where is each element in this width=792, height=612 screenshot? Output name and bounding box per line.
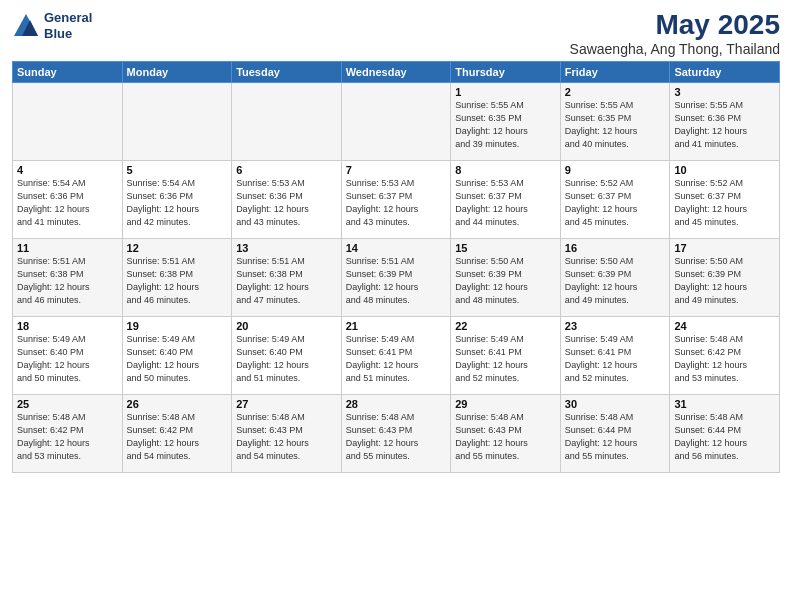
day-number: 30 (565, 398, 666, 410)
header: General Blue May 2025 Sawaengha, Ang Tho… (12, 10, 780, 57)
day-number: 13 (236, 242, 337, 254)
day-number: 24 (674, 320, 775, 332)
calendar-cell: 4Sunrise: 5:54 AM Sunset: 6:36 PM Daylig… (13, 160, 123, 238)
day-number: 3 (674, 86, 775, 98)
calendar-cell: 14Sunrise: 5:51 AM Sunset: 6:39 PM Dayli… (341, 238, 451, 316)
day-number: 4 (17, 164, 118, 176)
day-info: Sunrise: 5:55 AM Sunset: 6:35 PM Dayligh… (455, 99, 556, 151)
day-info: Sunrise: 5:49 AM Sunset: 6:41 PM Dayligh… (565, 333, 666, 385)
day-number: 6 (236, 164, 337, 176)
calendar-cell: 29Sunrise: 5:48 AM Sunset: 6:43 PM Dayli… (451, 394, 561, 472)
day-number: 9 (565, 164, 666, 176)
logo-icon (12, 12, 40, 40)
day-number: 28 (346, 398, 447, 410)
day-number: 31 (674, 398, 775, 410)
day-number: 8 (455, 164, 556, 176)
day-info: Sunrise: 5:49 AM Sunset: 6:41 PM Dayligh… (455, 333, 556, 385)
day-info: Sunrise: 5:50 AM Sunset: 6:39 PM Dayligh… (455, 255, 556, 307)
day-info: Sunrise: 5:51 AM Sunset: 6:38 PM Dayligh… (236, 255, 337, 307)
calendar-cell: 16Sunrise: 5:50 AM Sunset: 6:39 PM Dayli… (560, 238, 670, 316)
subtitle: Sawaengha, Ang Thong, Thailand (570, 41, 780, 57)
day-number: 1 (455, 86, 556, 98)
calendar-cell (232, 82, 342, 160)
calendar-cell: 1Sunrise: 5:55 AM Sunset: 6:35 PM Daylig… (451, 82, 561, 160)
calendar-cell: 5Sunrise: 5:54 AM Sunset: 6:36 PM Daylig… (122, 160, 232, 238)
logo: General Blue (12, 10, 92, 41)
calendar-cell: 17Sunrise: 5:50 AM Sunset: 6:39 PM Dayli… (670, 238, 780, 316)
calendar-cell: 28Sunrise: 5:48 AM Sunset: 6:43 PM Dayli… (341, 394, 451, 472)
day-number: 26 (127, 398, 228, 410)
day-header-sunday: Sunday (13, 61, 123, 82)
day-info: Sunrise: 5:53 AM Sunset: 6:37 PM Dayligh… (346, 177, 447, 229)
day-number: 14 (346, 242, 447, 254)
day-number: 15 (455, 242, 556, 254)
day-info: Sunrise: 5:49 AM Sunset: 6:40 PM Dayligh… (236, 333, 337, 385)
day-info: Sunrise: 5:49 AM Sunset: 6:41 PM Dayligh… (346, 333, 447, 385)
day-info: Sunrise: 5:51 AM Sunset: 6:39 PM Dayligh… (346, 255, 447, 307)
calendar-cell: 20Sunrise: 5:49 AM Sunset: 6:40 PM Dayli… (232, 316, 342, 394)
calendar-cell: 27Sunrise: 5:48 AM Sunset: 6:43 PM Dayli… (232, 394, 342, 472)
day-info: Sunrise: 5:53 AM Sunset: 6:36 PM Dayligh… (236, 177, 337, 229)
day-number: 5 (127, 164, 228, 176)
calendar-cell: 31Sunrise: 5:48 AM Sunset: 6:44 PM Dayli… (670, 394, 780, 472)
day-number: 17 (674, 242, 775, 254)
main-title: May 2025 (570, 10, 780, 41)
day-number: 23 (565, 320, 666, 332)
day-number: 12 (127, 242, 228, 254)
day-info: Sunrise: 5:50 AM Sunset: 6:39 PM Dayligh… (565, 255, 666, 307)
calendar-cell: 24Sunrise: 5:48 AM Sunset: 6:42 PM Dayli… (670, 316, 780, 394)
day-info: Sunrise: 5:49 AM Sunset: 6:40 PM Dayligh… (127, 333, 228, 385)
calendar-table: SundayMondayTuesdayWednesdayThursdayFrid… (12, 61, 780, 473)
day-info: Sunrise: 5:54 AM Sunset: 6:36 PM Dayligh… (17, 177, 118, 229)
calendar-cell: 2Sunrise: 5:55 AM Sunset: 6:35 PM Daylig… (560, 82, 670, 160)
day-info: Sunrise: 5:48 AM Sunset: 6:42 PM Dayligh… (674, 333, 775, 385)
day-info: Sunrise: 5:52 AM Sunset: 6:37 PM Dayligh… (565, 177, 666, 229)
day-number: 25 (17, 398, 118, 410)
calendar-cell: 18Sunrise: 5:49 AM Sunset: 6:40 PM Dayli… (13, 316, 123, 394)
day-number: 2 (565, 86, 666, 98)
day-info: Sunrise: 5:48 AM Sunset: 6:44 PM Dayligh… (565, 411, 666, 463)
title-block: May 2025 Sawaengha, Ang Thong, Thailand (570, 10, 780, 57)
calendar-cell: 26Sunrise: 5:48 AM Sunset: 6:42 PM Dayli… (122, 394, 232, 472)
day-number: 22 (455, 320, 556, 332)
calendar-cell: 21Sunrise: 5:49 AM Sunset: 6:41 PM Dayli… (341, 316, 451, 394)
day-info: Sunrise: 5:48 AM Sunset: 6:42 PM Dayligh… (127, 411, 228, 463)
calendar-cell (341, 82, 451, 160)
day-number: 11 (17, 242, 118, 254)
day-header-thursday: Thursday (451, 61, 561, 82)
day-info: Sunrise: 5:55 AM Sunset: 6:36 PM Dayligh… (674, 99, 775, 151)
calendar-cell: 8Sunrise: 5:53 AM Sunset: 6:37 PM Daylig… (451, 160, 561, 238)
day-number: 27 (236, 398, 337, 410)
day-info: Sunrise: 5:48 AM Sunset: 6:44 PM Dayligh… (674, 411, 775, 463)
day-info: Sunrise: 5:52 AM Sunset: 6:37 PM Dayligh… (674, 177, 775, 229)
day-header-wednesday: Wednesday (341, 61, 451, 82)
calendar-cell: 11Sunrise: 5:51 AM Sunset: 6:38 PM Dayli… (13, 238, 123, 316)
calendar-cell: 13Sunrise: 5:51 AM Sunset: 6:38 PM Dayli… (232, 238, 342, 316)
day-header-friday: Friday (560, 61, 670, 82)
day-number: 19 (127, 320, 228, 332)
calendar-cell: 7Sunrise: 5:53 AM Sunset: 6:37 PM Daylig… (341, 160, 451, 238)
calendar-cell: 23Sunrise: 5:49 AM Sunset: 6:41 PM Dayli… (560, 316, 670, 394)
calendar-cell (122, 82, 232, 160)
day-info: Sunrise: 5:51 AM Sunset: 6:38 PM Dayligh… (127, 255, 228, 307)
calendar-cell: 3Sunrise: 5:55 AM Sunset: 6:36 PM Daylig… (670, 82, 780, 160)
calendar-cell: 30Sunrise: 5:48 AM Sunset: 6:44 PM Dayli… (560, 394, 670, 472)
day-number: 18 (17, 320, 118, 332)
calendar-cell: 6Sunrise: 5:53 AM Sunset: 6:36 PM Daylig… (232, 160, 342, 238)
day-info: Sunrise: 5:51 AM Sunset: 6:38 PM Dayligh… (17, 255, 118, 307)
day-number: 29 (455, 398, 556, 410)
calendar-cell: 15Sunrise: 5:50 AM Sunset: 6:39 PM Dayli… (451, 238, 561, 316)
day-info: Sunrise: 5:50 AM Sunset: 6:39 PM Dayligh… (674, 255, 775, 307)
logo-text: General Blue (44, 10, 92, 41)
day-number: 20 (236, 320, 337, 332)
calendar-cell: 10Sunrise: 5:52 AM Sunset: 6:37 PM Dayli… (670, 160, 780, 238)
day-header-saturday: Saturday (670, 61, 780, 82)
day-number: 16 (565, 242, 666, 254)
day-info: Sunrise: 5:49 AM Sunset: 6:40 PM Dayligh… (17, 333, 118, 385)
day-number: 10 (674, 164, 775, 176)
day-info: Sunrise: 5:48 AM Sunset: 6:42 PM Dayligh… (17, 411, 118, 463)
day-info: Sunrise: 5:55 AM Sunset: 6:35 PM Dayligh… (565, 99, 666, 151)
calendar-cell: 25Sunrise: 5:48 AM Sunset: 6:42 PM Dayli… (13, 394, 123, 472)
calendar-cell: 12Sunrise: 5:51 AM Sunset: 6:38 PM Dayli… (122, 238, 232, 316)
day-info: Sunrise: 5:48 AM Sunset: 6:43 PM Dayligh… (455, 411, 556, 463)
